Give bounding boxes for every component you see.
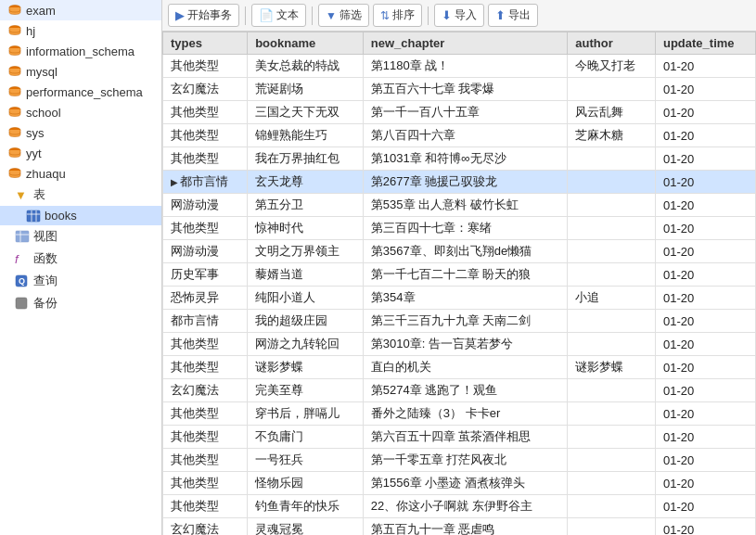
cell-types: 都市言情 bbox=[163, 310, 248, 333]
sort-button[interactable]: ⇅ 排序 bbox=[373, 4, 422, 27]
col-author[interactable]: author bbox=[568, 32, 656, 55]
table-row[interactable]: 玄幻魔法灵魂冠冕第五百九十一章 恶虐鸣01-20 bbox=[163, 518, 756, 536]
sidebar-item-hanshu[interactable]: f函数 bbox=[0, 248, 161, 270]
sidebar-item-chaxun[interactable]: Q查询 bbox=[0, 270, 161, 292]
sidebar-item-hj[interactable]: hj bbox=[0, 20, 161, 41]
filter-button[interactable]: ▼ 筛选 bbox=[318, 4, 369, 27]
start-transaction-label: 开始事务 bbox=[187, 7, 232, 23]
cell-update-time: 01-20 bbox=[655, 310, 755, 333]
table-row[interactable]: 其他类型网游之九转轮回第3010章: 告一吂莫若梦兮01-20 bbox=[163, 333, 756, 356]
sidebar-item-label: hj bbox=[26, 24, 35, 38]
start-transaction-button[interactable]: ▶ 开始事务 bbox=[168, 4, 239, 27]
sidebar-item-yyt[interactable]: yyt bbox=[0, 143, 161, 163]
cell-new-chapter: 第一千七百二十二章 盼天的狼 bbox=[363, 263, 568, 287]
cell-new-chapter: 第一千零五章 打茫风夜北 bbox=[363, 449, 568, 472]
sidebar-item-information_schema[interactable]: information_schema bbox=[0, 41, 161, 61]
cell-author bbox=[568, 518, 656, 536]
col-bookname[interactable]: bookname bbox=[248, 32, 364, 55]
cell-bookname: 纯阳小道人 bbox=[248, 287, 364, 310]
cell-update-time: 01-20 bbox=[655, 333, 755, 356]
cell-bookname: 惊神时代 bbox=[248, 217, 364, 240]
sidebar-item-books[interactable]: books bbox=[0, 206, 161, 225]
table-row[interactable]: 其他类型惊神时代第三百四十七章：寒绪01-20 bbox=[163, 217, 756, 240]
sidebar-item-sys[interactable]: sys bbox=[0, 122, 161, 143]
table-row[interactable]: 玄幻魔法荒诞剧场第五百六十七章 我零爆01-20 bbox=[163, 78, 756, 101]
cell-author bbox=[568, 449, 656, 472]
cell-bookname: 怪物乐园 bbox=[248, 472, 364, 495]
main-content: ▶ 开始事务📄 文本▼ 筛选⇅ 排序⬇ 导入⬆ 导出 types booknam… bbox=[162, 0, 756, 535]
table-row[interactable]: 其他类型三国之天下无双第一千一百八十五章风云乱舞01-20 bbox=[163, 101, 756, 124]
table-row[interactable]: 其他类型一号狂兵第一千零五章 打茫风夜北01-20 bbox=[163, 449, 756, 472]
cell-new-chapter: 第3010章: 告一吂莫若梦兮 bbox=[363, 333, 568, 356]
sidebar-item-biao[interactable]: ▼表 bbox=[0, 184, 161, 206]
sidebar-item-label: 表 bbox=[33, 186, 45, 203]
table-row[interactable]: 其他类型怪物乐园第1556章 小墨迹 酒煮核弹头01-20 bbox=[163, 472, 756, 495]
sidebar-item-label: yyt bbox=[26, 146, 42, 160]
table-row[interactable]: 其他类型不负庸门第六百五十四章 茧茶酒伴相思01-20 bbox=[163, 426, 756, 449]
sidebar-item-mysql[interactable]: mysql bbox=[0, 61, 161, 82]
table-row[interactable]: 其他类型穿书后，胖嗝儿番外之陆臻（3） 卡卡er01-20 bbox=[163, 402, 756, 426]
export-button[interactable]: ⬆ 导出 bbox=[488, 4, 538, 27]
table-row[interactable]: 其他类型谜影梦蝶直白的机关谜影梦蝶01-20 bbox=[163, 356, 756, 379]
sidebar-item-shitu[interactable]: 视图 bbox=[0, 225, 161, 248]
db-open-icon bbox=[7, 166, 22, 181]
cell-update-time: 01-20 bbox=[655, 356, 755, 379]
table-row[interactable]: 恐怖灵异纯阳小道人第354章小追01-20 bbox=[163, 287, 756, 310]
col-types[interactable]: types bbox=[163, 32, 248, 55]
cell-types: 恐怖灵异 bbox=[163, 287, 248, 310]
table-row[interactable]: 其他类型我在万界抽红包第1031章 和符博∞无尽沙01-20 bbox=[163, 147, 756, 171]
cell-new-chapter: 第五百六十七章 我零爆 bbox=[363, 78, 568, 101]
cell-update-time: 01-20 bbox=[655, 171, 755, 194]
text-icon: 📄 bbox=[259, 8, 274, 22]
cell-bookname: 美女总裁的特战 bbox=[248, 55, 364, 78]
cell-new-chapter: 第3567章、即刻出飞翔de懒猫 bbox=[363, 240, 568, 263]
cell-update-time: 01-20 bbox=[655, 472, 755, 495]
sidebar-item-label: performance_schema bbox=[26, 85, 143, 99]
cell-author bbox=[568, 402, 656, 426]
cell-new-chapter: 第2677章 驰援己驭骏龙 bbox=[363, 171, 568, 194]
table-row[interactable]: 其他类型美女总裁的特战第1180章 战！今晚又打老01-20 bbox=[163, 55, 756, 78]
table-row[interactable]: ▶都市言情玄天龙尊第2677章 驰援己驭骏龙01-20 bbox=[163, 171, 756, 194]
cell-author bbox=[568, 495, 656, 518]
cell-author bbox=[568, 171, 656, 194]
cell-bookname: 不负庸门 bbox=[248, 426, 364, 449]
cell-update-time: 01-20 bbox=[655, 402, 755, 426]
col-update-time[interactable]: update_time bbox=[655, 32, 755, 55]
sidebar-item-performance_schema[interactable]: performance_schema bbox=[0, 82, 161, 102]
cell-author bbox=[568, 194, 656, 217]
sidebar-item-exam[interactable]: exam bbox=[0, 0, 161, 20]
table-row[interactable]: 网游动漫文明之万界领主第3567章、即刻出飞翔de懒猫01-20 bbox=[163, 240, 756, 263]
cell-update-time: 01-20 bbox=[655, 379, 755, 402]
query-icon: Q bbox=[15, 274, 30, 287]
text-button[interactable]: 📄 文本 bbox=[251, 4, 306, 27]
table-row[interactable]: 网游动漫第五分卫第535章 出人意料 破竹长虹01-20 bbox=[163, 194, 756, 217]
cell-update-time: 01-20 bbox=[655, 426, 755, 449]
sidebar-item-label: information_schema bbox=[26, 45, 135, 58]
cell-bookname: 完美至尊 bbox=[248, 379, 364, 402]
import-label: 导入 bbox=[455, 7, 477, 23]
cell-author: 风云乱舞 bbox=[568, 101, 656, 124]
cell-author bbox=[568, 240, 656, 263]
cell-types: 其他类型 bbox=[163, 217, 248, 240]
table-row[interactable]: 其他类型锦鲤熟能生巧第八百四十六章芝麻木糖01-20 bbox=[163, 124, 756, 147]
cell-new-chapter: 第八百四十六章 bbox=[363, 124, 568, 147]
toolbar: ▶ 开始事务📄 文本▼ 筛选⇅ 排序⬇ 导入⬆ 导出 bbox=[162, 0, 756, 32]
cell-bookname: 第五分卫 bbox=[248, 194, 364, 217]
sidebar-item-beifen[interactable]: 备份 bbox=[0, 292, 161, 314]
svg-rect-9 bbox=[27, 210, 40, 222]
sidebar-item-label: 函数 bbox=[33, 250, 58, 267]
table-row[interactable]: 都市言情我的超级庄园第三千三百九十九章 天南二剑01-20 bbox=[163, 310, 756, 333]
sidebar-item-zhuaqu[interactable]: zhuaqu bbox=[0, 163, 161, 184]
table-container[interactable]: types bookname new_chapter author update… bbox=[162, 32, 756, 535]
import-button[interactable]: ⬇ 导入 bbox=[434, 4, 484, 27]
cell-author bbox=[568, 379, 656, 402]
table-row[interactable]: 玄幻魔法完美至尊第5274章 逃跑了！观鱼01-20 bbox=[163, 379, 756, 402]
db-icon bbox=[7, 84, 22, 99]
sidebar-item-label: exam bbox=[26, 4, 56, 18]
cell-bookname: 谜影梦蝶 bbox=[248, 356, 364, 379]
sidebar-item-school[interactable]: school bbox=[0, 102, 161, 122]
cell-new-chapter: 番外之陆臻（3） 卡卡er bbox=[363, 402, 568, 426]
table-row[interactable]: 其他类型钓鱼青年的快乐22、你这小子啊就 东伊野谷主01-20 bbox=[163, 495, 756, 518]
col-new-chapter[interactable]: new_chapter bbox=[363, 32, 568, 55]
table-row[interactable]: 历史军事藜婿当道第一千七百二十二章 盼天的狼01-20 bbox=[163, 263, 756, 287]
